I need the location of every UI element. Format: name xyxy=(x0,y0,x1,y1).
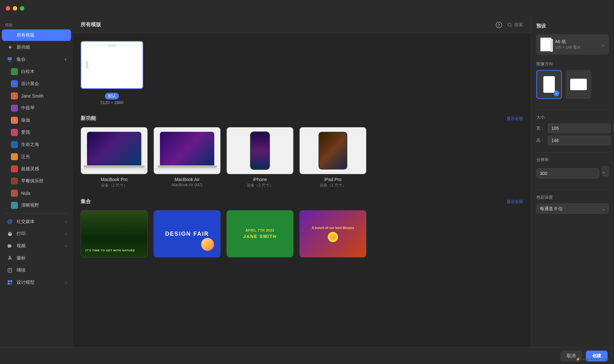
svg-rect-15 xyxy=(8,280,10,282)
content-scroll[interactable]: 5120 2880 默认 5120 × 2880 新功能 显示全部 xyxy=(73,33,531,347)
sidebar-item-design-model[interactable]: 设计模型 › xyxy=(2,277,71,288)
collection-section: 集合 显示全部 IT'S TIME TO GET WITH NATURE xyxy=(81,198,523,260)
collection-grid: IT'S TIME TO GET WITH NATURE DESIGN FAIR xyxy=(81,210,523,260)
preset-dropdown[interactable]: A6 纸 105 × 148 毫米 ⌄ xyxy=(536,34,609,55)
sidebar-item-breakfast[interactable]: 早餐俱乐部 xyxy=(2,175,71,187)
sidebar-nula-label: Nula xyxy=(21,191,30,196)
sidebar-item-new-feature[interactable]: ✦ 新功能 xyxy=(2,42,71,53)
sidebar-item-ocean[interactable]: 生命之海 xyxy=(2,139,71,150)
baisongmu-avatar xyxy=(11,68,18,75)
color-depth-label: 色彩深度 xyxy=(536,194,609,200)
default-template-section: 5120 2880 默认 5120 × 2880 xyxy=(81,41,523,105)
macbook-air-thumb xyxy=(154,127,221,174)
landscape-icon xyxy=(570,79,587,90)
landscape-button[interactable] xyxy=(566,70,591,99)
height-label: 高： xyxy=(536,138,545,143)
help-button[interactable]: ? xyxy=(496,22,502,28)
fullscreen-button[interactable] xyxy=(20,6,24,11)
ipad-pro-name: iPad Pro xyxy=(299,177,366,182)
svg-rect-9 xyxy=(9,234,11,236)
resolution-unit-select[interactable]: 像素/英寸 像素/厘米 xyxy=(602,166,609,176)
width-input[interactable] xyxy=(548,123,611,133)
search-bar[interactable]: 搜索 xyxy=(507,22,523,28)
header-actions: ? 搜索 xyxy=(496,22,523,28)
plus-icon: ✦ xyxy=(6,44,13,51)
sidebar-viola-label: 中提琴 xyxy=(21,105,35,111)
default-size-text: 5120 × 2880 xyxy=(100,100,124,105)
template-card-ipad-pro[interactable]: iPad Pro 设备（2 尺寸） xyxy=(299,127,366,188)
sidebar-item-jane-smith[interactable]: Jane Smith xyxy=(2,90,71,102)
resolution-input[interactable] xyxy=(536,168,599,178)
preset-dims: 105 × 148 毫米 xyxy=(555,45,598,50)
macbook-air-name: MacBook Air xyxy=(154,177,221,182)
panel-divider-2 xyxy=(536,152,609,153)
collection-card-design-fair[interactable]: DESIGN FAIR xyxy=(154,210,221,260)
collection-card-nature[interactable]: IT'S TIME TO GET WITH NATURE xyxy=(81,210,148,260)
video-icon xyxy=(6,242,13,249)
sidebar-item-nula[interactable]: Nula xyxy=(2,187,71,199)
sidebar-yoga-label: 瑜伽 xyxy=(21,117,30,123)
sidebar-badge-label: 徽标 xyxy=(17,255,26,261)
video-chevron-icon: › xyxy=(65,244,67,248)
sidebar-item-video[interactable]: 视频 › xyxy=(2,240,71,252)
sidebar-jane-smith-label: Jane Smith xyxy=(21,93,43,99)
traffic-lights xyxy=(6,6,24,11)
content-area: 所有模版 ? 搜索 xyxy=(73,17,531,347)
sidebar: 模板 所有模版 ✦ 新功能 xyxy=(0,17,73,347)
sidebar-item-clear-vision[interactable]: 清晰视野 xyxy=(2,200,71,211)
sidebar-item-transcend[interactable]: 超越灵感 xyxy=(2,163,71,175)
collection-show-all[interactable]: 显示全部 xyxy=(507,199,523,205)
sidebar-clear-vision-label: 清晰视野 xyxy=(21,202,39,208)
content-title: 所有模版 xyxy=(81,21,496,28)
svg-text:?: ? xyxy=(498,23,500,28)
sidebar-design-fair-label: 设计展会 xyxy=(21,81,39,87)
sidebar-all-templates-label: 所有模版 xyxy=(17,32,35,38)
height-input[interactable] xyxy=(548,136,611,145)
sidebar-item-sparkle[interactable]: 泛光 xyxy=(2,151,71,162)
sidebar-item-design-fair[interactable]: 设计展会 xyxy=(2,78,71,90)
minimize-button[interactable] xyxy=(13,6,17,11)
transcend-avatar xyxy=(11,165,18,172)
default-template-thumb[interactable]: 5120 2880 xyxy=(81,41,143,89)
new-feature-show-all[interactable]: 显示全部 xyxy=(507,116,523,122)
template-card-macbook-pro[interactable]: MacBook Pro 设备（2 尺寸） xyxy=(81,127,148,188)
color-depth-wrapper: 每通道 8 位 每通道 16 位 每通道 32 位 xyxy=(536,203,609,214)
sidebar-item-collection[interactable]: 集合 ▾ xyxy=(2,54,71,65)
sidebar-item-love-me[interactable]: 爱我 xyxy=(2,127,71,138)
sidebar-social-media-label: 社交媒体 xyxy=(17,219,35,225)
sidebar-item-all-templates[interactable]: 所有模版 xyxy=(2,29,71,41)
sidebar-new-feature-label: 新功能 xyxy=(17,44,30,50)
new-feature-header: 新功能 显示全部 xyxy=(81,115,523,122)
sidebar-item-viola[interactable]: 中提琴 xyxy=(2,102,71,114)
sidebar-item-badge[interactable]: A 徽标 xyxy=(2,252,71,264)
collection-card-blooms[interactable]: A bunch of our best blooms 🌼 xyxy=(299,210,366,260)
sidebar-item-print[interactable]: 打印 › xyxy=(2,228,71,240)
sidebar-item-continue[interactable]: 继续 xyxy=(2,265,71,276)
sidebar-item-baisongmu[interactable]: 白松木 xyxy=(2,66,71,77)
clear-vision-avatar xyxy=(11,202,18,209)
print-chevron-icon: › xyxy=(65,232,67,236)
collection-card-april[interactable]: APRIL 7TH 2022 JANE SMITH xyxy=(226,210,294,260)
svg-rect-2 xyxy=(8,36,10,37)
macbook-pro-sub: 设备（2 尺寸） xyxy=(81,183,148,188)
svg-rect-1 xyxy=(10,33,12,35)
portrait-check-icon: ✓ xyxy=(554,91,559,96)
portrait-button[interactable]: ✓ xyxy=(536,70,562,99)
app-body: 模板 所有模版 ✦ 新功能 xyxy=(0,17,614,347)
resolution-label: 分辨率 xyxy=(536,157,609,163)
svg-rect-5 xyxy=(8,61,11,62)
new-feature-section: 新功能 显示全部 xyxy=(81,115,523,188)
design-fair-thumb: DESIGN FAIR xyxy=(154,210,221,257)
color-depth-select[interactable]: 每通道 8 位 每通道 16 位 每通道 32 位 xyxy=(536,203,609,214)
template-card-iphone[interactable]: iPhone 设备（2 尺寸） xyxy=(226,127,294,188)
svg-rect-3 xyxy=(10,36,12,37)
template-card-macbook-air[interactable]: MacBook Air MacBook Air (M2) xyxy=(154,127,221,188)
size-width-row: 宽： 毫米 厘米 英寸 像素 xyxy=(536,123,609,133)
sidebar-item-social-media[interactable]: @ 社交媒体 › xyxy=(2,216,71,227)
collection-chevron-icon: ▾ xyxy=(65,58,67,62)
sidebar-item-yoga[interactable]: 瑜伽 xyxy=(2,115,71,126)
default-badge: 默认 xyxy=(105,93,119,99)
nula-avatar xyxy=(11,190,18,197)
close-button[interactable] xyxy=(6,6,10,11)
macbook-pro-name: MacBook Pro xyxy=(81,177,148,182)
